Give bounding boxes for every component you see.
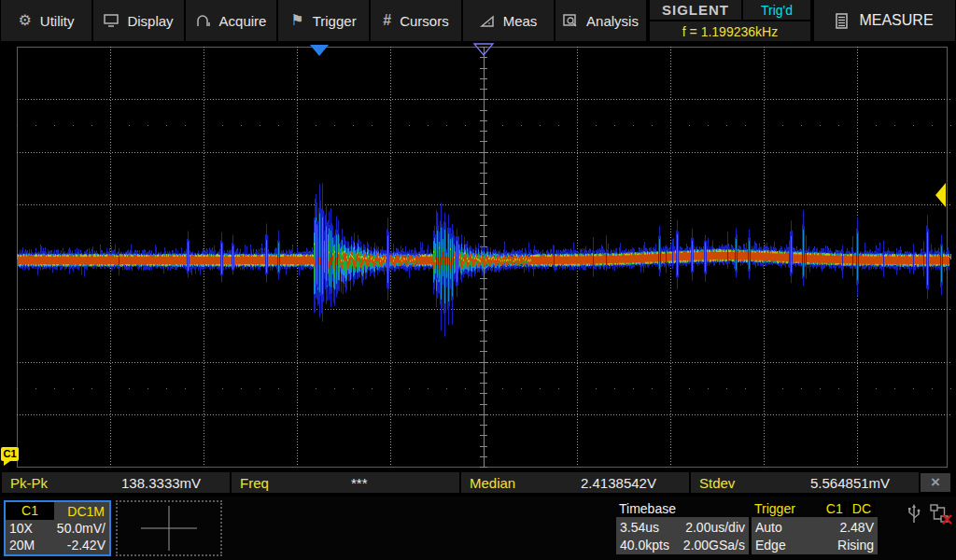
measurement-label: Median (461, 475, 581, 491)
timebase-title: Timebase (616, 500, 749, 517)
channel-coupling: DC1M (67, 504, 109, 519)
menu-item-label: Display (127, 13, 173, 29)
trigger-level-marker[interactable] (935, 183, 946, 207)
usb-icon (907, 504, 921, 525)
trigger-level: 2.48V (839, 520, 874, 535)
meas-icon (480, 14, 495, 27)
channel-probe: 10X (9, 521, 33, 536)
menu-item-label: Acquire (219, 13, 267, 29)
menu-bar: ⚙ Utility Display Acquire ⚑ Trigger # Cu… (0, 0, 956, 42)
menu-item-label: Meas (503, 13, 538, 29)
channel-bandwidth: 20M (9, 538, 35, 553)
menu-item-acquire[interactable]: Acquire (186, 0, 276, 41)
analysis-icon (563, 14, 578, 28)
trigger-source: C1 (822, 501, 847, 517)
trigger-slope: Rising (837, 538, 874, 553)
timebase-scale: 2.00us/div (685, 520, 745, 535)
active-menu-label: MEASURE (859, 12, 933, 29)
oscilloscope-screen: ⚙ Utility Display Acquire ⚑ Trigger # Cu… (0, 0, 956, 560)
flag-icon: ⚑ (290, 13, 303, 28)
measurement-bar: Pk-Pk 138.3333mV Freq *** Median 2.41385… (0, 471, 956, 494)
trigger-delay-marker[interactable] (310, 45, 329, 56)
menu-item-trigger[interactable]: ⚑ Trigger (278, 0, 369, 41)
acquire-icon (196, 14, 211, 27)
measurement-freq[interactable]: Freq *** (232, 472, 459, 493)
trigger-title: Trigger (754, 501, 795, 516)
channel-name: C1 (6, 502, 54, 520)
measurement-median[interactable]: Median 2.4138542V (461, 472, 689, 493)
timebase-memory: 40.0kpts (620, 538, 669, 553)
lan-disconnected-icon (930, 504, 952, 525)
menu-item-display[interactable]: Display (93, 0, 184, 41)
measurement-value: 2.4138542V (581, 475, 656, 491)
timebase-panel[interactable]: Timebase 3.54us 2.00us/div 40.0kpts 2.00… (616, 500, 749, 554)
menu-item-label: Analysis (586, 13, 639, 29)
waveform-canvas[interactable] (0, 42, 956, 471)
close-measurements-button[interactable]: × (921, 473, 950, 492)
trigger-coupling: DC (849, 501, 875, 517)
timebase-samplerate: 2.00GSa/s (683, 538, 745, 553)
measurement-value: 5.564851mV (810, 475, 890, 491)
brand-logo: SIGLENT (650, 0, 741, 20)
trigger-status: Trig'd (743, 0, 810, 20)
menu-item-utility[interactable]: ⚙ Utility (1, 0, 91, 41)
measurement-value: 138.3333mV (121, 475, 201, 491)
trigger-position-marker[interactable] (473, 43, 494, 57)
trigger-panel[interactable]: Trigger C1 DC Auto 2.48V Edge Rising (752, 500, 878, 554)
add-channel-icon (136, 504, 202, 553)
measurement-value: *** (351, 475, 368, 491)
waveform-display[interactable]: C1 (0, 42, 956, 471)
measurement-label: Pk-Pk (2, 475, 121, 491)
active-menu-title: MEASURE (814, 0, 955, 41)
trigger-type: Edge (755, 538, 786, 553)
measurement-pkpk[interactable]: Pk-Pk 138.3333mV (2, 472, 230, 493)
frequency-counter: f = 1.199236kHz (650, 21, 810, 41)
display-icon (104, 14, 119, 27)
close-icon: × (931, 473, 940, 491)
menu-item-label: Cursors (400, 13, 449, 29)
trigger-mode: Auto (755, 520, 782, 535)
list-icon (836, 13, 848, 29)
menu-item-label: Utility (40, 13, 75, 29)
brand-block: SIGLENT Trig'd f = 1.199236kHz (650, 0, 810, 41)
measurement-label: Stdev (691, 475, 810, 491)
measurement-label: Freq (232, 475, 351, 491)
add-channel-slot[interactable] (116, 500, 222, 556)
menu-item-cursors[interactable]: # Cursors (371, 0, 461, 41)
measurement-stdev[interactable]: Stdev 5.564851mV (691, 472, 919, 493)
channel-scale: 50.0mV/ (57, 521, 105, 536)
status-bar: C1 DC1M 10X 50.0mV/ 20M -2.42V Timebase (0, 497, 956, 560)
menu-item-label: Trigger (313, 13, 357, 29)
menu-item-meas[interactable]: Meas (463, 0, 554, 41)
gear-icon: ⚙ (18, 13, 31, 28)
timebase-delay: 3.54us (620, 520, 659, 535)
menu-item-analysis[interactable]: Analysis (555, 0, 646, 41)
channel1-descriptor[interactable]: C1 DC1M 10X 50.0mV/ 20M -2.42V (4, 500, 111, 556)
channel-offset: -2.42V (67, 538, 105, 553)
cursors-icon: # (383, 13, 391, 28)
channel-position-tag[interactable]: C1 (1, 447, 19, 461)
